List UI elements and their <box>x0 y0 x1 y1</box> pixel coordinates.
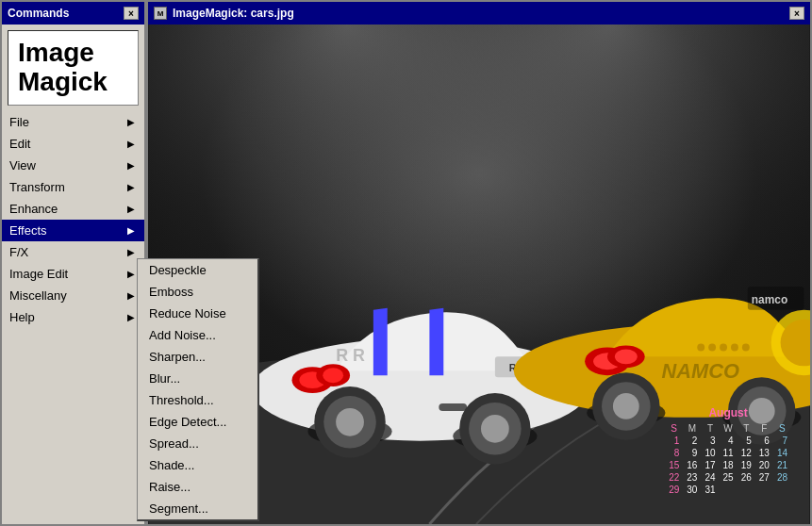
menu-item-help[interactable]: Help ▶ <box>2 306 144 328</box>
cal-cell-28: 28 <box>773 471 791 484</box>
calendar-week-1: 1 2 3 4 5 6 7 <box>665 435 791 447</box>
cal-cell-12: 12 <box>737 447 755 459</box>
calendar-table: S M T W T F S 1 2 3 4 5 6 <box>665 422 791 496</box>
cal-cell-18: 18 <box>720 459 737 471</box>
cal-cell-14: 14 <box>773 447 791 459</box>
submenu-item-sharpen[interactable]: Sharpen... <box>138 346 257 368</box>
svg-point-25 <box>615 349 638 364</box>
arrow-icon-transform: ▶ <box>127 182 135 192</box>
submenu-item-edge-detect[interactable]: Edge Detect... <box>138 411 257 433</box>
cal-cell-26: 26 <box>737 471 755 484</box>
logo-line2: Magick <box>18 68 128 97</box>
menu-item-edit[interactable]: Edit ▶ <box>2 133 144 155</box>
svg-point-38 <box>613 393 639 419</box>
commands-close-button[interactable]: × <box>124 7 139 20</box>
svg-point-30 <box>697 343 704 351</box>
arrow-icon-view: ▶ <box>127 160 135 171</box>
menu-item-file[interactable]: File ▶ <box>2 111 144 133</box>
arrow-icon-enhance: ▶ <box>127 204 135 214</box>
image-title: ImageMagick: cars.jpg <box>173 7 294 20</box>
svg-point-33 <box>731 343 738 351</box>
cal-cell: 2 <box>683 435 701 447</box>
menu-item-miscellany[interactable]: Miscellany ▶ <box>2 285 144 306</box>
cal-cell-29: 29 <box>665 484 683 496</box>
commands-titlebar: Commands × <box>2 2 144 25</box>
cal-cell-9: 9 <box>683 447 701 459</box>
menu-item-fx[interactable]: F/X ▶ <box>2 241 144 263</box>
menu-label-file: File <box>9 115 29 129</box>
cal-cell-23: 23 <box>683 471 701 484</box>
svg-point-31 <box>708 343 716 351</box>
cal-cell-empty3 <box>755 484 773 496</box>
svg-point-34 <box>742 343 750 351</box>
logo-line1: Image <box>18 39 128 68</box>
menu-item-transform[interactable]: Transform ▶ <box>2 176 144 198</box>
cal-header-t1: T <box>701 422 719 435</box>
commands-panel: Commands × Image Magick File ▶ Edit ▶ Vi… <box>0 0 146 526</box>
cal-cell-20: 20 <box>755 459 773 471</box>
submenu-item-despeckle[interactable]: Despeckle <box>138 259 257 281</box>
cal-header-s1: S <box>665 422 683 435</box>
svg-point-8 <box>323 368 343 383</box>
arrow-icon-edit: ▶ <box>127 139 135 149</box>
cal-cell-22: 22 <box>665 471 683 484</box>
cal-cell-11: 11 <box>720 447 737 459</box>
cal-cell-13: 13 <box>755 447 773 459</box>
menu-label-effects: Effects <box>9 223 47 238</box>
cal-cell: 1 <box>665 435 683 447</box>
menu-label-help: Help <box>9 310 35 324</box>
title-left: M ImageMagick: cars.jpg <box>154 7 294 20</box>
calendar-week-4: 22 23 24 25 26 27 28 <box>665 471 791 484</box>
svg-point-32 <box>720 343 727 351</box>
menu-label-edit: Edit <box>9 137 30 151</box>
arrow-icon-miscellany: ▶ <box>127 290 135 301</box>
menu-item-enhance[interactable]: Enhance ▶ <box>2 198 144 220</box>
cal-cell-8: 8 <box>665 447 683 459</box>
menu-label-view: View <box>9 158 36 173</box>
cal-header-t2: T <box>737 422 755 435</box>
commands-title: Commands <box>8 7 69 20</box>
svg-rect-11 <box>439 403 467 411</box>
submenu-item-emboss[interactable]: Emboss <box>138 281 257 303</box>
submenu-item-add-noise[interactable]: Add Noise... <box>138 324 257 346</box>
menu-label-transform: Transform <box>9 180 65 194</box>
menu-label-image-edit: Image Edit <box>9 267 68 281</box>
effects-submenu: Despeckle Emboss Reduce Noise Add Noise.… <box>137 258 259 521</box>
image-close-button[interactable]: × <box>789 7 804 20</box>
cal-cell-30: 30 <box>683 484 701 496</box>
calendar-overlay: August S M T W T F S 1 2 3 <box>665 406 791 496</box>
menu-label-miscellany: Miscellany <box>9 288 67 303</box>
arrow-icon-effects: ▶ <box>127 225 135 236</box>
calendar-week-5: 29 30 31 <box>665 484 791 496</box>
calendar-month: August <box>665 406 791 419</box>
cal-cell: 4 <box>720 435 737 447</box>
menu-item-image-edit[interactable]: Image Edit ▶ <box>2 263 144 285</box>
submenu-item-raise[interactable]: Raise... <box>138 476 257 498</box>
submenu-item-shade[interactable]: Shade... <box>138 454 257 476</box>
cal-cell-21: 21 <box>773 459 791 471</box>
cal-header-m: M <box>683 422 701 435</box>
submenu-item-spread[interactable]: Spread... <box>138 433 257 454</box>
cal-cell-27: 27 <box>755 471 773 484</box>
svg-point-20 <box>481 415 509 443</box>
cal-cell-25: 25 <box>720 471 737 484</box>
cal-cell-16: 16 <box>683 459 701 471</box>
cal-cell-empty4 <box>773 484 791 496</box>
cal-header-s2: S <box>773 422 791 435</box>
calendar-week-3: 15 16 17 18 19 20 21 <box>665 459 791 471</box>
cal-cell-24: 24 <box>701 471 719 484</box>
cal-cell-15: 15 <box>665 459 683 471</box>
svg-point-17 <box>336 408 364 436</box>
cal-cell-empty2 <box>737 484 755 496</box>
submenu-item-blur[interactable]: Blur... <box>138 368 257 389</box>
menu-label-enhance: Enhance <box>9 202 58 216</box>
menu-item-effects[interactable]: Effects ▶ <box>2 220 144 241</box>
submenu-item-threshold[interactable]: Threshold... <box>138 389 257 411</box>
cal-cell: 7 <box>773 435 791 447</box>
menu-item-view[interactable]: View ▶ <box>2 155 144 176</box>
submenu-item-reduce-noise[interactable]: Reduce Noise <box>138 303 257 324</box>
cal-cell: 5 <box>737 435 755 447</box>
submenu-item-segment[interactable]: Segment... <box>138 498 257 519</box>
svg-text:R R: R R <box>336 346 365 365</box>
cal-cell: 6 <box>755 435 773 447</box>
